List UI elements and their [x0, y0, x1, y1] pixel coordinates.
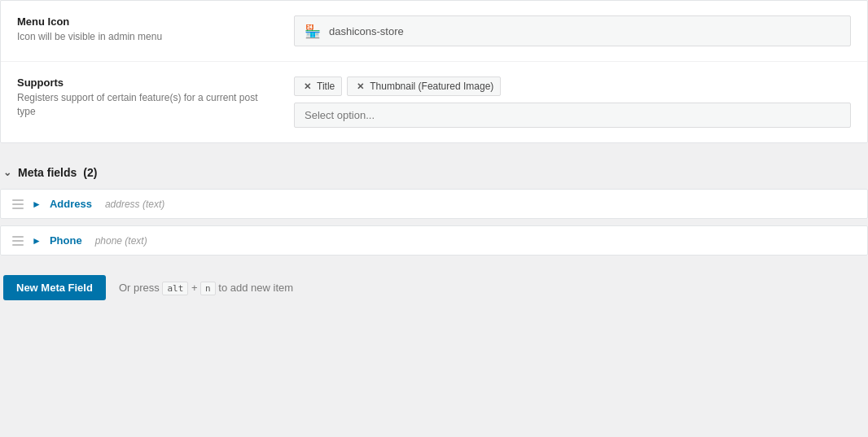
icon-name-label: dashicons-store [329, 25, 404, 37]
expand-address-icon[interactable]: ► [32, 199, 42, 210]
supports-desc: Registers support of certain feature(s) … [17, 91, 278, 119]
hint-key-n: n [200, 282, 216, 295]
settings-card: Menu Icon Icon will be visible in admin … [0, 0, 868, 143]
menu-icon-control: 🏪 dashicons-store [294, 15, 851, 46]
address-field-meta: address (text) [105, 199, 164, 210]
meta-fields-title: Meta fields [18, 166, 77, 179]
menu-icon-label-group: Menu Icon Icon will be visible in admin … [17, 15, 294, 44]
expand-phone-icon[interactable]: ► [32, 235, 42, 247]
phone-field-name: Phone [50, 234, 82, 247]
drag-handle-phone[interactable] [12, 236, 24, 246]
drag-handle-address[interactable] [12, 199, 24, 209]
remove-thumbnail-tag[interactable]: ✕ [354, 81, 366, 92]
meta-field-address: ► Address address (text) [0, 189, 868, 219]
supports-select-input[interactable] [294, 103, 851, 128]
tag-title-label: Title [317, 81, 335, 92]
tag-thumbnail-label: Thumbnail (Featured Image) [370, 81, 493, 92]
store-icon: 🏪 [305, 23, 321, 39]
supports-tags: ✕ Title ✕ Thumbnail (Featured Image) [294, 76, 851, 96]
address-field-name: Address [50, 198, 92, 210]
menu-icon-row: Menu Icon Icon will be visible in admin … [1, 1, 867, 62]
phone-field-meta: phone (text) [95, 235, 147, 247]
menu-icon-desc: Icon will be visible in admin menu [17, 30, 278, 44]
hint-plus: + [191, 282, 198, 294]
supports-control: ✕ Title ✕ Thumbnail (Featured Image) [294, 76, 851, 128]
meta-field-phone: ► Phone phone (text) [0, 225, 868, 256]
hint-key-alt: alt [162, 282, 188, 295]
hint-prefix: Or press [119, 282, 160, 294]
supports-row: Supports Registers support of certain fe… [1, 62, 867, 142]
menu-icon-title: Menu Icon [17, 15, 278, 28]
menu-icon-display[interactable]: 🏪 dashicons-store [294, 15, 851, 46]
remove-title-tag[interactable]: ✕ [301, 81, 313, 92]
section-divider [0, 143, 868, 156]
action-bar: New Meta Field Or press alt + n to add n… [0, 262, 868, 313]
meta-fields-section: ⌄ Meta fields (2) ► Address address (tex… [0, 156, 868, 313]
tag-title: ✕ Title [294, 76, 342, 96]
supports-label-group: Supports Registers support of certain fe… [17, 76, 294, 119]
collapse-chevron-icon: ⌄ [3, 167, 11, 178]
new-meta-field-button[interactable]: New Meta Field [3, 275, 106, 300]
supports-title: Supports [17, 76, 278, 89]
meta-fields-header[interactable]: ⌄ Meta fields (2) [0, 156, 868, 189]
hint-text: Or press alt + n to add new item [119, 282, 293, 294]
meta-fields-count: (2) [83, 166, 97, 179]
hint-suffix: to add new item [218, 282, 293, 294]
tag-thumbnail: ✕ Thumbnail (Featured Image) [347, 76, 501, 96]
